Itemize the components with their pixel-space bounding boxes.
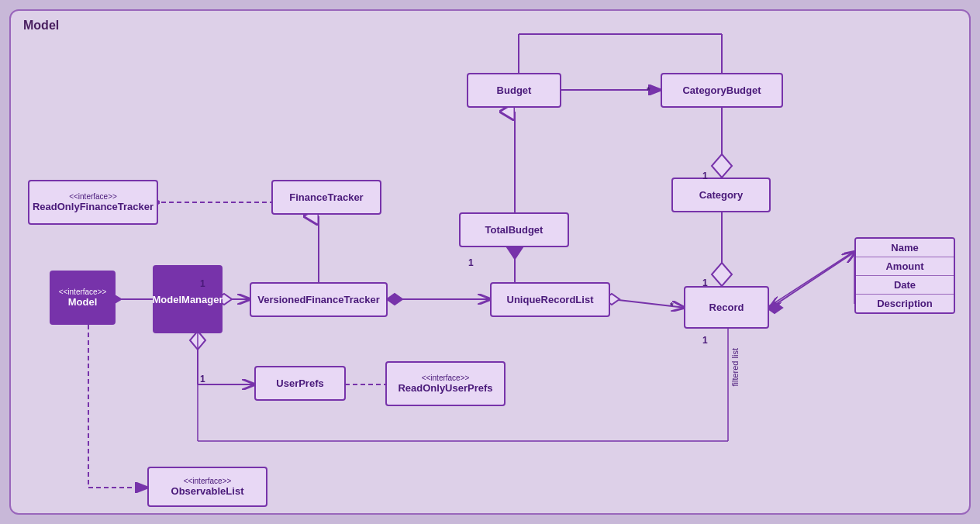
total-budget-box: TotalBudget: [459, 212, 569, 247]
observable-list-box: <<interface>> ObservableList: [147, 467, 267, 507]
attr-description: Description: [856, 295, 954, 312]
category-box: Category: [671, 178, 771, 212]
attr-name: Name: [856, 239, 954, 257]
record-box: Record: [684, 286, 769, 329]
mult-star-record: *: [670, 301, 674, 312]
mult-1-total: 1: [468, 257, 474, 268]
attr-amount: Amount: [856, 257, 954, 276]
record-attrs-box: Name Amount Date Description: [854, 237, 955, 314]
diagram-container: Model: [9, 9, 971, 515]
diagram-title: Model: [23, 19, 59, 33]
mult-1-mm-up: 1: [200, 374, 205, 384]
svg-marker-22: [387, 294, 402, 305]
mult-1-mm-vft: 1: [200, 278, 205, 289]
filtered-list-label: filtered list: [730, 348, 740, 387]
svg-line-42: [771, 251, 854, 305]
model-manager-box: ModelManager: [153, 265, 223, 333]
mult-1-record-cat: 1: [702, 278, 708, 288]
svg-marker-29: [767, 302, 782, 313]
readonly-user-prefs-box: <<interface>> ReadOnlyUserPrefs: [385, 361, 506, 406]
readonly-finance-tracker-box: <<interface>> ReadOnlyFinanceTracker: [28, 180, 158, 225]
svg-marker-15: [712, 263, 732, 286]
mult-1-record2: 1: [702, 335, 708, 346]
svg-marker-35: [190, 331, 205, 350]
mult-star-1: *: [647, 85, 650, 96]
user-prefs-box: UserPrefs: [254, 366, 346, 401]
model-interface-box: <<interface>> Model: [50, 271, 116, 325]
attr-date: Date: [856, 276, 954, 295]
svg-marker-13: [712, 154, 732, 178]
svg-line-28: [771, 251, 856, 308]
versioned-finance-tracker-box: VersionedFinanceTracker: [250, 282, 388, 317]
finance-tracker-box: FinanceTracker: [271, 180, 381, 215]
svg-line-23: [612, 299, 685, 308]
budget-box: Budget: [467, 73, 561, 108]
unique-record-list-box: UniqueRecordList: [490, 282, 610, 317]
mult-1-category: 1: [702, 171, 708, 181]
category-budget-box: CategoryBudget: [661, 73, 783, 108]
